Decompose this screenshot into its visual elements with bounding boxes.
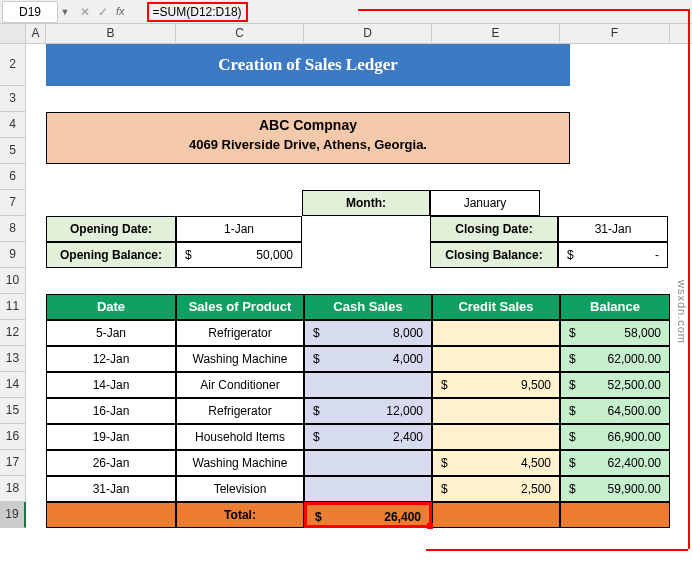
cell-date[interactable]: 26-Jan <box>46 450 176 476</box>
column-headers: A B C D E F <box>0 24 692 44</box>
row-header[interactable]: 19 <box>0 502 26 528</box>
total-credit-cell[interactable] <box>432 502 560 528</box>
row-header[interactable]: 3 <box>0 86 26 112</box>
total-blank[interactable] <box>46 502 176 528</box>
cell-product[interactable]: Refrigerator <box>176 320 304 346</box>
cell-date[interactable]: 5-Jan <box>46 320 176 346</box>
table-row: 26-Jan Washing Machine $4,500 $62,400.00 <box>26 450 692 476</box>
table-row: 16-Jan Refrigerator $12,000 $64,500.00 <box>26 398 692 424</box>
cell-cash[interactable] <box>304 450 432 476</box>
row-header[interactable]: 15 <box>0 398 26 424</box>
cell-date[interactable]: 31-Jan <box>46 476 176 502</box>
table-row: 31-Jan Television $2,500 $59,900.00 <box>26 476 692 502</box>
closing-balance-value[interactable]: $- <box>558 242 668 268</box>
name-box-dropdown[interactable]: ▼ <box>58 7 72 17</box>
cell-balance[interactable]: $66,900.00 <box>560 424 670 450</box>
cell-credit[interactable] <box>432 320 560 346</box>
th-date: Date <box>46 294 176 320</box>
col-header-F[interactable]: F <box>560 24 670 43</box>
row-header[interactable]: 6 <box>0 164 26 190</box>
col-header-B[interactable]: B <box>46 24 176 43</box>
select-all-corner[interactable] <box>0 24 26 43</box>
col-header-E[interactable]: E <box>432 24 560 43</box>
closing-balance-label: Closing Balance: <box>430 242 558 268</box>
cell-credit[interactable] <box>432 424 560 450</box>
watermark: wsxdn.com <box>676 280 688 344</box>
month-label: Month: <box>302 190 430 216</box>
cell-balance[interactable]: $62,400.00 <box>560 450 670 476</box>
cell-cash[interactable]: $12,000 <box>304 398 432 424</box>
th-product: Sales of Product <box>176 294 304 320</box>
cell-balance[interactable]: $62,000.00 <box>560 346 670 372</box>
cell-credit[interactable]: $9,500 <box>432 372 560 398</box>
cell-product[interactable]: Washing Machine <box>176 346 304 372</box>
formula-text: =SUM(D12:D18) <box>147 2 248 22</box>
total-balance-cell[interactable] <box>560 502 670 528</box>
cell-balance[interactable]: $64,500.00 <box>560 398 670 424</box>
col-header-A[interactable]: A <box>26 24 46 43</box>
th-cash: Cash Sales <box>304 294 432 320</box>
row-header[interactable]: 14 <box>0 372 26 398</box>
row-header[interactable]: 11 <box>0 294 26 320</box>
cell-date[interactable]: 16-Jan <box>46 398 176 424</box>
cell-cash[interactable]: $4,000 <box>304 346 432 372</box>
company-box: ABC Compnay 4069 Riverside Drive, Athens… <box>46 112 570 164</box>
cell-cash[interactable] <box>304 372 432 398</box>
cell-balance[interactable]: $58,000 <box>560 320 670 346</box>
cell-date[interactable]: 19-Jan <box>46 424 176 450</box>
name-box[interactable]: D19 <box>2 1 58 23</box>
cell-product[interactable]: Washing Machine <box>176 450 304 476</box>
cell-credit[interactable]: $2,500 <box>432 476 560 502</box>
row-header[interactable]: 18 <box>0 476 26 502</box>
fx-icon[interactable]: fx <box>116 5 133 19</box>
page-title: Creation of Sales Ledger <box>46 44 570 86</box>
cell-cash[interactable]: $8,000 <box>304 320 432 346</box>
formula-input[interactable]: =SUM(D12:D18) <box>141 1 692 23</box>
row-header[interactable]: 2 <box>0 44 26 86</box>
closing-date-value[interactable]: 31-Jan <box>558 216 668 242</box>
table-row: 19-Jan Household Items $2,400 $66,900.00 <box>26 424 692 450</box>
cell-balance[interactable]: $59,900.00 <box>560 476 670 502</box>
row-header[interactable]: 17 <box>0 450 26 476</box>
opening-date-value[interactable]: 1-Jan <box>176 216 302 242</box>
row-header[interactable]: 7 <box>0 190 26 216</box>
row-header[interactable]: 12 <box>0 320 26 346</box>
cell-product[interactable]: Refrigerator <box>176 398 304 424</box>
row-header[interactable]: 4 <box>0 112 26 138</box>
cell-credit[interactable] <box>432 398 560 424</box>
cell-cash[interactable]: $2,400 <box>304 424 432 450</box>
cell-date[interactable]: 12-Jan <box>46 346 176 372</box>
company-address: 4069 Riverside Drive, Athens, Georgia. <box>47 137 569 152</box>
col-header-C[interactable]: C <box>176 24 304 43</box>
row-headers: 2 3 4 5 6 7 8 9 10 11 12 13 14 15 16 17 … <box>0 44 26 528</box>
total-label: Total: <box>176 502 304 528</box>
cell-cash[interactable] <box>304 476 432 502</box>
row-header[interactable]: 8 <box>0 216 26 242</box>
cell-credit[interactable]: $4,500 <box>432 450 560 476</box>
th-credit: Credit Sales <box>432 294 560 320</box>
formula-bar: D19 ▼ ✕ ✓ fx =SUM(D12:D18) <box>0 0 692 24</box>
opening-balance-label: Opening Balance: <box>46 242 176 268</box>
th-balance: Balance <box>560 294 670 320</box>
table-row: 12-Jan Washing Machine $4,000 $62,000.00 <box>26 346 692 372</box>
cell-product[interactable]: Air Conditioner <box>176 372 304 398</box>
cancel-icon[interactable]: ✕ <box>80 5 90 19</box>
row-header[interactable]: 16 <box>0 424 26 450</box>
opening-date-label: Opening Date: <box>46 216 176 242</box>
opening-balance-value[interactable]: $50,000 <box>176 242 302 268</box>
row-header[interactable]: 13 <box>0 346 26 372</box>
total-cash-cell[interactable]: $26,400 <box>304 502 432 528</box>
table-row: 14-Jan Air Conditioner $9,500 $52,500.00 <box>26 372 692 398</box>
cell-credit[interactable] <box>432 346 560 372</box>
row-header[interactable]: 9 <box>0 242 26 268</box>
row-header[interactable]: 5 <box>0 138 26 164</box>
row-header[interactable]: 10 <box>0 268 26 294</box>
enter-icon[interactable]: ✓ <box>98 5 108 19</box>
annotation-line <box>426 549 688 551</box>
cell-balance[interactable]: $52,500.00 <box>560 372 670 398</box>
cell-date[interactable]: 14-Jan <box>46 372 176 398</box>
cell-product[interactable]: Household Items <box>176 424 304 450</box>
col-header-D[interactable]: D <box>304 24 432 43</box>
month-value[interactable]: January <box>430 190 540 216</box>
cell-product[interactable]: Television <box>176 476 304 502</box>
